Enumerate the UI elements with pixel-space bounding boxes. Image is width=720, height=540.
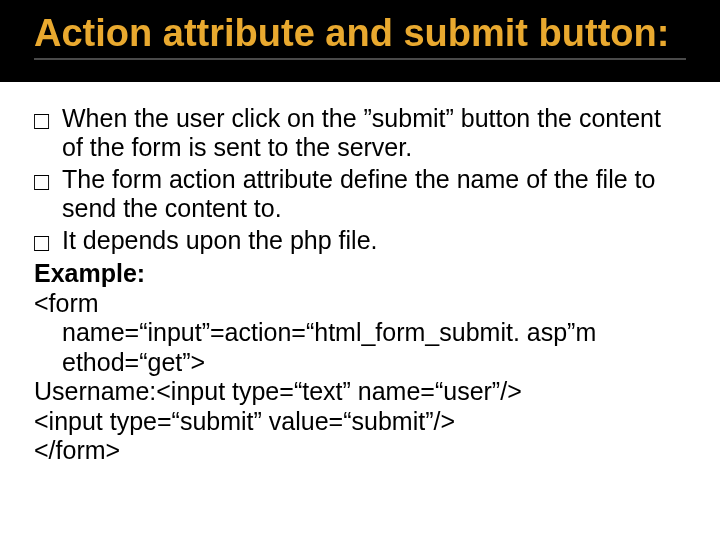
bullet-text: When the user click on the ”submit” butt…: [62, 104, 686, 163]
code-line: <input type=“submit” value=“submit”/>: [34, 407, 686, 437]
slide: Action attribute and submit button: □ Wh…: [0, 0, 720, 540]
code-line: Username:<input type=“text” name=“user”/…: [34, 377, 686, 407]
example-label: Example:: [34, 259, 686, 289]
square-bullet-icon: □: [34, 226, 62, 258]
code-line: <form: [34, 289, 686, 319]
square-bullet-icon: □: [34, 104, 62, 163]
bullet-text: The form action attribute define the nam…: [62, 165, 686, 224]
code-line: name=“input”=action=“html_form_submit. a…: [62, 318, 686, 348]
bullet-item: □ When the user click on the ”submit” bu…: [34, 104, 686, 163]
bullet-item: □ The form action attribute define the n…: [34, 165, 686, 224]
slide-title: Action attribute and submit button:: [34, 14, 686, 54]
square-bullet-icon: □: [34, 165, 62, 224]
code-line: </form>: [34, 436, 686, 466]
title-band: Action attribute and submit button:: [0, 0, 720, 82]
code-line: ethod=“get”>: [62, 348, 686, 378]
slide-body: □ When the user click on the ”submit” bu…: [0, 82, 720, 466]
title-underline: Action attribute and submit button:: [34, 14, 686, 60]
bullet-item: □ It depends upon the php file.: [34, 226, 686, 258]
bullet-text: It depends upon the php file.: [62, 226, 686, 258]
